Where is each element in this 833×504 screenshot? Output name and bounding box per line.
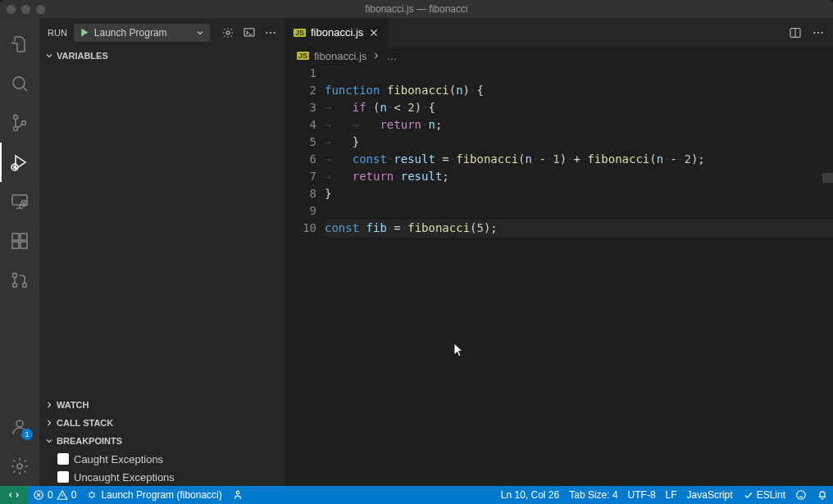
svg-point-13 [13, 284, 17, 288]
svg-point-30 [797, 491, 806, 500]
svg-point-14 [23, 284, 27, 288]
breakpoints-label: BREAKPOINTS [57, 436, 122, 446]
debug-launch-status[interactable]: Launch Program (fibonacci) [81, 486, 226, 504]
warning-count: 0 [71, 489, 77, 501]
notifications-icon[interactable] [812, 486, 833, 504]
language-label: JavaScript [687, 489, 733, 501]
variables-section-header[interactable]: VARIABLES [39, 47, 285, 65]
breakpoint-label: Uncaught Exceptions [74, 471, 175, 484]
statusbar: 0 0 Launch Program (fibonacci) Ln 10, Co… [0, 486, 833, 504]
checkbox[interactable] [57, 471, 69, 483]
breadcrumbs[interactable]: JS fibonacci.js … [285, 47, 833, 65]
svg-point-21 [270, 31, 271, 33]
run-label: RUN [48, 28, 67, 38]
svg-point-15 [16, 420, 23, 427]
svg-rect-9 [12, 242, 19, 248]
checkbox[interactable] [57, 453, 69, 465]
encoding-status[interactable]: UTF-8 [623, 486, 661, 504]
close-icon[interactable] [368, 27, 380, 39]
svg-point-16 [17, 464, 22, 469]
breadcrumb-file: fibonacci.js [314, 50, 366, 62]
breakpoint-item[interactable]: Uncaught Exceptions [39, 468, 285, 486]
settings-gear-icon[interactable] [0, 447, 39, 486]
live-share-status[interactable] [227, 486, 248, 504]
callstack-section-header[interactable]: CALL STACK [39, 414, 285, 432]
eslint-label: ESLint [757, 489, 785, 501]
svg-point-26 [822, 31, 823, 33]
run-debug-icon[interactable] [0, 143, 39, 182]
svg-rect-10 [20, 242, 27, 248]
tab-size-status[interactable]: Tab Size: 4 [564, 486, 622, 504]
code-content[interactable]: function·fibonacci(n)·{→ if·(n·<·2)·{→ →… [325, 65, 833, 486]
remote-explorer-icon[interactable] [0, 182, 39, 221]
more-icon[interactable] [812, 26, 825, 39]
split-editor-icon[interactable] [789, 26, 802, 39]
watch-label: WATCH [57, 400, 89, 410]
breakpoint-label: Caught Exceptions [74, 453, 163, 465]
debug-console-icon[interactable] [243, 26, 256, 39]
titlebar: fibonacci.js — fibonacci [0, 0, 833, 18]
source-control-icon[interactable] [0, 103, 39, 143]
svg-rect-11 [20, 234, 27, 240]
svg-point-28 [89, 493, 94, 497]
accounts-icon[interactable]: 1 [0, 407, 39, 447]
language-mode-status[interactable]: JavaScript [682, 486, 738, 504]
watch-section-header[interactable]: WATCH [39, 396, 285, 414]
chevron-down-icon [195, 28, 205, 38]
js-icon: JS [294, 29, 306, 37]
explorer-icon[interactable] [0, 25, 39, 64]
debug-config-selector[interactable]: Launch Program [74, 24, 210, 42]
breakpoints-section-header[interactable]: BREAKPOINTS [39, 432, 285, 450]
svg-point-20 [266, 31, 267, 33]
svg-point-2 [14, 127, 18, 131]
svg-point-22 [274, 31, 275, 33]
svg-rect-19 [244, 28, 254, 35]
svg-point-18 [226, 31, 230, 34]
minimize-window-button[interactable] [21, 5, 30, 14]
traffic-lights [7, 5, 45, 14]
window-title: fibonacci.js — fibonacci [365, 3, 467, 15]
variables-label: VARIABLES [57, 51, 108, 61]
run-header: RUN Launch Program [39, 18, 285, 47]
svg-point-25 [817, 31, 819, 33]
svg-point-24 [813, 31, 815, 33]
cursor-position-status[interactable]: Ln 10, Col 26 [496, 486, 564, 504]
encoding-label: UTF-8 [628, 489, 656, 501]
svg-point-12 [13, 274, 17, 278]
tab-filename: fibonacci.js [311, 26, 363, 39]
github-pr-icon[interactable] [0, 261, 39, 300]
remote-indicator[interactable] [0, 486, 28, 504]
scrollbar-marker [822, 173, 833, 183]
eol-status[interactable]: LF [661, 486, 682, 504]
config-name: Launch Program [94, 27, 190, 39]
callstack-label: CALL STACK [57, 418, 113, 428]
mouse-cursor [454, 343, 464, 358]
extensions-icon[interactable] [0, 221, 39, 261]
close-window-button[interactable] [7, 5, 16, 14]
tab-fibonacci[interactable]: JS fibonacci.js [285, 18, 389, 47]
js-icon: JS [297, 52, 309, 60]
error-count: 0 [48, 489, 53, 501]
zoom-window-button[interactable] [36, 5, 45, 14]
search-icon[interactable] [0, 64, 39, 103]
feedback-icon[interactable] [790, 486, 812, 504]
play-icon[interactable] [79, 27, 89, 38]
svg-point-1 [14, 116, 18, 120]
svg-point-29 [236, 491, 239, 494]
launch-config-label: Launch Program (fibonacci) [101, 489, 221, 501]
run-and-debug-sidebar: RUN Launch Program [39, 18, 285, 486]
eol-label: LF [666, 489, 677, 501]
more-icon[interactable] [264, 26, 277, 39]
variables-body [39, 65, 285, 396]
problems-status[interactable]: 0 0 [28, 486, 81, 504]
gear-icon[interactable] [221, 26, 234, 39]
editor-body[interactable]: 12345678910 function·fibonacci(n)·{→ if·… [285, 65, 833, 486]
svg-marker-4 [16, 156, 25, 169]
breakpoint-item[interactable]: Caught Exceptions [39, 450, 285, 468]
editor-tabs: JS fibonacci.js [285, 18, 833, 47]
svg-marker-17 [81, 29, 88, 37]
tabsize-label: Tab Size: 4 [569, 489, 617, 501]
eslint-status[interactable]: ESLint [738, 486, 790, 504]
chevron-right-icon [371, 51, 381, 61]
breadcrumb-symbol: … [386, 50, 397, 62]
